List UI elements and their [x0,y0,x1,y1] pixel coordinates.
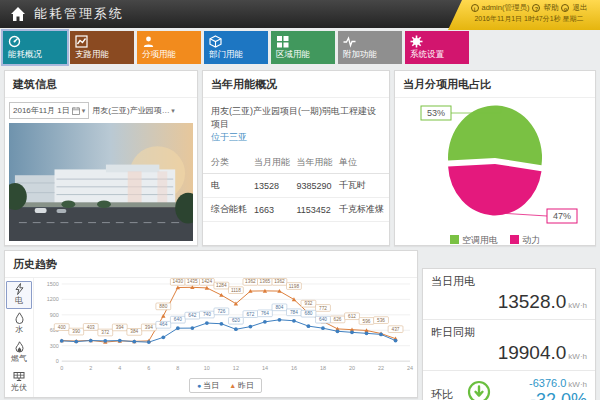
svg-text:8: 8 [176,365,179,371]
location-link[interactable]: 位于三亚 [203,131,389,148]
ratio-delta: -6376.0 [529,377,566,389]
svg-text:14: 14 [261,365,267,371]
svg-text:1362: 1362 [245,279,256,284]
tab-region[interactable]: 区域用能 [271,31,335,64]
building-image [9,123,193,241]
year-overview-panel: 当年用能概况 用友(三亚)产业园项目(一期)弱电工程建设项目 位于三亚 分类当月… [202,70,390,246]
home-icon[interactable] [10,6,26,22]
svg-text:1118: 1118 [230,288,240,293]
legend-swatch [510,235,519,244]
table-cell: 1153452 [294,198,337,222]
energy-table: 分类当月用能当年用能单位电135289385290千瓦时综合能耗16631153… [203,152,389,222]
lightning-icon [7,283,31,295]
project-select[interactable]: 用友(三亚)产业园项目(一期)弱电工程建设项目 ▾ [92,105,193,116]
flame-icon [7,341,31,353]
series-legend-item[interactable]: ▲昨日 [229,379,254,392]
svg-text:612: 612 [348,314,356,319]
svg-text:642: 642 [188,313,196,318]
chevron-down-icon: ▾ [171,107,175,115]
svg-text:596: 596 [362,319,370,324]
svg-text:932: 932 [304,301,312,306]
table-cell: 千克标准煤 [337,198,389,222]
svg-text:53%: 53% [427,108,445,118]
user-icon: i [471,4,479,12]
svg-text:47%: 47% [553,211,571,221]
svg-text:740: 740 [202,312,210,317]
line-chart: 0300600900120015000246810121416182022244… [36,278,416,377]
svg-text:620: 620 [231,318,239,323]
chevron-down-icon: ▾ [82,107,86,115]
svg-text:640: 640 [173,317,181,322]
svg-text:6: 6 [147,365,150,371]
svg-text:672: 672 [246,312,254,317]
table-header: 当月用能 [252,152,295,174]
pie-chart: 53%47% [395,98,595,234]
table-header: 分类 [203,152,252,174]
energy-type-label: 水 [15,325,23,334]
stat-value: 13528.0 [498,291,567,312]
pie-panel: 当月分项用电占比 53%47% 空调用电动力 [394,70,596,246]
series-legend-item[interactable]: ●当日 [197,379,219,392]
energy-type-electric[interactable]: 电 [6,281,32,309]
help-link[interactable]: 帮助 [543,3,558,13]
project-select-value: 用友(三亚)产业园项目(一期)弱电工程建设项目 [92,105,170,116]
history-panel: 历史趋势 电水燃气光伏 0300600900120015000246810121… [4,250,418,398]
svg-text:384: 384 [130,329,138,334]
app-title: 能耗管理系统 [34,5,124,23]
tab-label: 能耗概况 [8,49,62,61]
svg-text:300: 300 [49,343,58,349]
table-cell: 电 [203,174,252,198]
energy-type-gas[interactable]: 燃气 [6,339,32,367]
stat-label: 当日用电 [431,274,587,289]
tab-label: 分项用能 [142,49,196,61]
svg-text:20: 20 [348,365,354,371]
svg-text:640: 640 [319,317,327,322]
logout-link[interactable]: 退出 [572,3,587,13]
svg-text:10: 10 [203,365,209,371]
water-drop-icon [7,312,31,324]
svg-text:18: 18 [319,365,325,371]
tab-extra[interactable]: 附加功能 [338,31,402,64]
pie-legend-item[interactable]: 空调用电 [450,234,498,247]
table-header: 单位 [337,152,389,174]
tab-overview[interactable]: 能耗概况 [3,31,67,64]
energy-type-solar[interactable]: 光伏 [6,368,32,396]
pie-legend: 空调用电动力 [395,234,595,253]
user-icon [142,34,196,48]
energy-type-label: 燃气 [11,354,27,363]
ratio-delta-unit: kW·h [568,380,587,389]
svg-text:0: 0 [60,365,63,371]
stat-label: 昨日同期 [431,325,587,340]
calendar-icon [72,107,80,115]
tab-branch[interactable]: 支路用能 [70,31,134,64]
project-description: 用友(三亚)产业园项目(一期)弱电工程建设项目 [203,98,389,131]
table-cell: 9385290 [294,174,337,198]
tab-settings[interactable]: 系统设置 [405,31,469,64]
stat-row-today: 当日用电 13528.0kW·h [423,269,595,320]
solar-panel-icon [7,370,31,382]
svg-text:22: 22 [378,365,384,371]
gauge-icon [8,34,62,48]
energy-type-water[interactable]: 水 [6,310,32,338]
legend-marker: ▲ [229,382,236,389]
pie-legend-item[interactable]: 动力 [510,234,540,247]
tab-subitem[interactable]: 分项用能 [137,31,201,64]
svg-text:1198: 1198 [288,284,299,289]
legend-marker: ● [197,382,201,389]
down-arrow-icon [467,380,491,400]
date-picker[interactable]: 2016年11月 1日 ▾ [9,102,89,119]
pie-panel-title: 当月分项用电占比 [395,71,595,98]
nav-tabs: 能耗概况支路用能分项用能部门用能区域用能附加功能系统设置 [0,28,600,68]
svg-text:403: 403 [86,325,94,330]
svg-text:24: 24 [407,365,413,371]
tab-department[interactable]: 部门用能 [204,31,268,64]
stats-panel: 当日用电 13528.0kW·h 昨日同期 19904.0kW·h 环比 [422,268,596,400]
gear-icon [410,34,464,48]
svg-text:900: 900 [49,312,58,318]
table-row: 电135289385290千瓦时 [203,174,389,198]
stat-row-ratio: 环比 -6376.0kW·h -32.0% [423,371,595,400]
svg-text:1424: 1424 [201,279,212,284]
table-row: 综合能耗16631153452千克标准煤 [203,198,389,222]
table-header: 当年用能 [294,152,337,174]
table-cell: 13528 [252,174,295,198]
